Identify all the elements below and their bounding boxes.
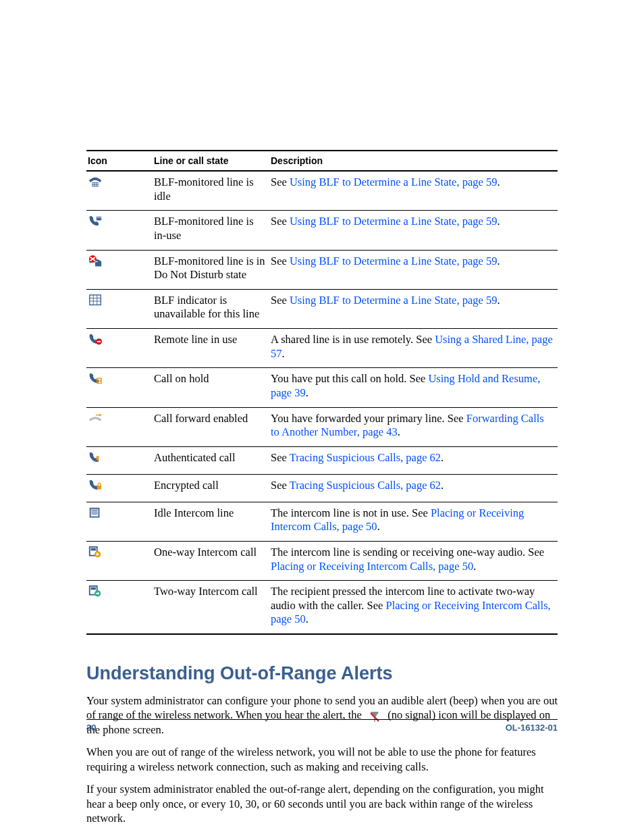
svg-rect-19 bbox=[97, 341, 101, 342]
state-text: Two-way Intercom call bbox=[153, 581, 269, 634]
body-paragraph: When you are out of range of the wireles… bbox=[86, 745, 558, 774]
state-text: Authenticated call bbox=[153, 446, 269, 474]
encrypted-call-icon bbox=[88, 479, 103, 492]
svg-rect-8 bbox=[97, 217, 98, 218]
state-text: Call forward enabled bbox=[153, 407, 269, 446]
page-footer: 30 OL-16132-01 bbox=[86, 719, 558, 733]
svg-rect-3 bbox=[97, 183, 98, 184]
desc-text: See Tracing Suspicious Calls, page 62. bbox=[269, 446, 558, 474]
desc-text: The recipient pressed the intercom line … bbox=[269, 581, 558, 634]
desc-text: See Using BLF to Determine a Line State,… bbox=[269, 171, 558, 211]
phone-dnd-icon bbox=[88, 255, 103, 268]
state-text: BLF-monitored line is in-use bbox=[153, 211, 269, 250]
phone-idle-icon bbox=[88, 176, 103, 189]
svg-rect-11 bbox=[95, 261, 101, 265]
section-heading: Understanding Out-of-Range Alerts bbox=[86, 663, 558, 684]
desc-text: You have forwarded your primary line. Se… bbox=[269, 407, 558, 446]
cross-ref-link[interactable]: Tracing Suspicious Calls, page 62 bbox=[290, 451, 441, 464]
svg-rect-4 bbox=[92, 185, 94, 186]
cross-ref-link[interactable]: Tracing Suspicious Calls, page 62 bbox=[290, 479, 441, 492]
table-row: BLF-monitored line is in-use See Using B… bbox=[86, 211, 558, 250]
remote-line-icon bbox=[88, 333, 103, 346]
svg-rect-7 bbox=[97, 217, 101, 220]
svg-rect-32 bbox=[91, 588, 96, 590]
authenticated-call-icon bbox=[88, 451, 103, 465]
table-row: Authenticated call See Tracing Suspiciou… bbox=[86, 446, 558, 474]
desc-text: See Using BLF to Determine a Line State,… bbox=[269, 289, 558, 328]
table-row: Idle Intercom line The intercom line is … bbox=[86, 502, 558, 541]
th-desc: Description bbox=[269, 151, 558, 171]
table-row: One-way Intercom call The intercom line … bbox=[86, 541, 558, 580]
table-row: BLF indicator is unavailable for this li… bbox=[86, 289, 558, 328]
table-row: Call forward enabled You have forwarded … bbox=[86, 407, 558, 446]
desc-text: See Using BLF to Determine a Line State,… bbox=[269, 211, 558, 250]
doc-id: OL-16132-01 bbox=[506, 723, 558, 733]
svg-rect-9 bbox=[99, 217, 99, 218]
phone-inuse-icon bbox=[88, 215, 103, 228]
svg-rect-21 bbox=[99, 380, 99, 382]
icon-state-table: Icon Line or call state Description BLF-… bbox=[86, 150, 558, 635]
state-text: One-way Intercom call bbox=[153, 541, 269, 580]
table-row: Remote line in use A shared line is in u… bbox=[86, 329, 558, 368]
cross-ref-link[interactable]: Placing or Receiving Intercom Calls, pag… bbox=[271, 560, 473, 573]
page-number: 30 bbox=[86, 723, 96, 733]
svg-rect-24 bbox=[90, 508, 99, 517]
table-row: BLF-monitored line is in Do Not Disturb … bbox=[86, 250, 558, 289]
state-text: Call on hold bbox=[153, 368, 269, 407]
cross-ref-link[interactable]: Using BLF to Determine a Line State, pag… bbox=[290, 176, 497, 188]
desc-text: The intercom line is not in use. See Pla… bbox=[269, 502, 558, 541]
cross-ref-link[interactable]: Using BLF to Determine a Line State, pag… bbox=[290, 255, 497, 267]
svg-rect-23 bbox=[97, 486, 101, 489]
desc-text: The intercom line is sending or receivin… bbox=[269, 541, 558, 580]
state-text: BLF indicator is unavailable for this li… bbox=[153, 289, 269, 328]
call-forward-icon bbox=[88, 412, 103, 425]
table-row: BLF-monitored line is idle See Using BLF… bbox=[86, 171, 558, 211]
state-text: Idle Intercom line bbox=[153, 502, 269, 541]
th-state: Line or call state bbox=[153, 151, 269, 171]
intercom-twoway-icon bbox=[88, 585, 103, 598]
table-row: Two-way Intercom call The recipient pres… bbox=[86, 581, 558, 634]
svg-rect-1 bbox=[92, 183, 94, 184]
table-row: Call on hold You have put this call on h… bbox=[86, 368, 558, 407]
svg-rect-22 bbox=[100, 380, 101, 382]
blf-unavailable-icon bbox=[88, 294, 103, 307]
state-text: BLF-monitored line is in Do Not Disturb … bbox=[153, 250, 269, 289]
call-hold-icon bbox=[88, 372, 103, 386]
state-text: Remote line in use bbox=[153, 329, 269, 368]
th-icon: Icon bbox=[86, 151, 153, 171]
document-page: Icon Line or call state Description BLF-… bbox=[0, 0, 644, 834]
state-text: BLF-monitored line is idle bbox=[153, 171, 269, 211]
svg-rect-10 bbox=[100, 217, 101, 218]
cross-ref-link[interactable]: Using BLF to Determine a Line State, pag… bbox=[290, 215, 497, 228]
desc-text: You have put this call on hold. See Usin… bbox=[269, 368, 558, 407]
desc-text: See Using BLF to Determine a Line State,… bbox=[269, 250, 558, 289]
svg-rect-13 bbox=[90, 295, 101, 305]
desc-text: See Tracing Suspicious Calls, page 62. bbox=[269, 474, 558, 502]
cross-ref-link[interactable]: Using BLF to Determine a Line State, pag… bbox=[290, 294, 497, 307]
state-text: Encrypted call bbox=[153, 474, 269, 502]
svg-rect-2 bbox=[95, 183, 96, 184]
svg-rect-29 bbox=[91, 548, 96, 551]
desc-text: A shared line is in use remotely. See Us… bbox=[269, 329, 558, 368]
svg-rect-6 bbox=[97, 185, 98, 186]
intercom-oneway-icon bbox=[88, 546, 103, 559]
intercom-idle-icon bbox=[88, 506, 103, 520]
body-paragraph: If your system administrator enabled the… bbox=[86, 782, 558, 825]
table-row: Encrypted call See Tracing Suspicious Ca… bbox=[86, 474, 558, 502]
svg-rect-5 bbox=[95, 185, 96, 186]
